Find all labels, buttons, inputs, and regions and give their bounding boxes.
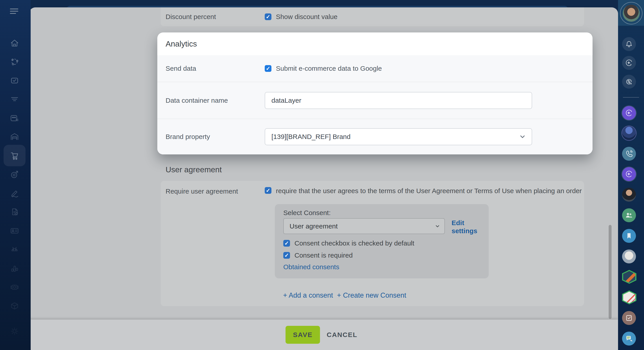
modal-footer: SAVE CANCEL (29, 320, 618, 350)
hex-avatar-photo (623, 292, 635, 303)
add-consent-link[interactable]: + Add a consent (283, 291, 333, 300)
hex-avatar-photo (623, 271, 635, 283)
show-discount-checkbox[interactable]: ✓ (265, 14, 272, 20)
home-icon[interactable] (10, 38, 20, 48)
cancel-button[interactable]: CANCEL (327, 326, 357, 344)
phone-icon (624, 149, 634, 158)
notification-bell-button[interactable] (622, 37, 636, 51)
avatar-man[interactable] (622, 188, 636, 202)
brand-property-label: Brand property (166, 133, 265, 140)
discount-section: Discount percent ✓ Show discount value (161, 8, 584, 26)
brand-property-select[interactable]: [139][BRAND_REF] Brand (265, 128, 532, 145)
edit-settings-link[interactable]: Edit settings (452, 219, 488, 235)
bell-icon (624, 40, 634, 48)
share-network-icon[interactable] (10, 57, 20, 67)
phone-button[interactable] (622, 147, 636, 161)
user-agreement-panel: Require user agreement ✓ require that th… (161, 181, 584, 306)
show-discount-label: Show discount value (276, 13, 338, 20)
discount-percent-label: Discount percent (166, 13, 265, 20)
brand-property-row: Brand property [139][BRAND_REF] Brand (157, 119, 592, 154)
require-agreement-label: Require user agreement (166, 187, 265, 195)
warehouse-icon[interactable] (10, 132, 20, 142)
modal-scrollbar-thumb[interactable] (609, 225, 612, 319)
chat-translate-icon (624, 77, 634, 86)
analytics-rows: Send data ✓ Submit e-commerce data to Go… (157, 55, 592, 154)
ai-sparkle-purple-button-2[interactable] (622, 167, 636, 181)
consent-required-label: Consent is required (294, 252, 353, 259)
hex-avatar-art[interactable] (622, 290, 636, 304)
obtained-consents-link[interactable]: Obtained consents (283, 263, 339, 271)
planner-icon[interactable] (10, 113, 20, 123)
chevron-down-icon (519, 133, 526, 140)
target-icon[interactable] (10, 170, 20, 179)
save-button[interactable]: SAVE (286, 326, 320, 344)
analytics-card: Analytics Send data ✓ Submit e-commerce … (157, 32, 592, 154)
consent-select-value: User agreement (290, 222, 338, 230)
camera-icon[interactable] (10, 282, 20, 292)
chat-messages-icon (624, 334, 634, 343)
robot-icon[interactable] (10, 244, 20, 254)
user-agreement-section-title: User agreement (166, 165, 222, 174)
gear-icon[interactable] (10, 326, 20, 336)
brand-property-value: [139][BRAND_REF] Brand (272, 133, 350, 140)
left-sidebar (0, 0, 31, 350)
consent-default-row: ✓ Consent checkbox is checked by default (283, 240, 414, 247)
ai-sparkle-icon (624, 108, 634, 118)
document-edit-icon[interactable] (10, 207, 20, 217)
consent-required-row: ✓ Consent is required (283, 252, 353, 259)
send-data-checkbox-label: Submit e-commerce data to Google (276, 65, 382, 72)
consent-box: Select Consent: User agreement Edit sett… (275, 204, 489, 278)
id-card-icon[interactable] (10, 226, 20, 236)
require-agreement-row: Require user agreement ✓ require that th… (161, 187, 584, 195)
people-icon (624, 211, 634, 220)
filter-icon[interactable] (10, 94, 20, 104)
consent-required-checkbox[interactable]: ✓ (283, 252, 290, 259)
tasks-icon[interactable] (10, 76, 20, 86)
consent-default-checkbox[interactable]: ✓ (283, 240, 290, 246)
data-container-label: Data container name (166, 97, 265, 104)
consent-select[interactable]: User agreement (283, 218, 445, 234)
send-data-row: Send data ✓ Submit e-commerce data to Go… (157, 55, 592, 82)
package-icon[interactable] (10, 301, 20, 311)
ai-sparkle-icon (624, 170, 634, 178)
chevron-down-icon (434, 223, 440, 229)
sidebar-divider (623, 97, 639, 98)
task-check-button[interactable] (622, 311, 636, 325)
consent-default-label: Consent checkbox is checked by default (294, 240, 414, 247)
screen: Discount percent ✓ Show discount value A… (0, 0, 644, 350)
bookmark-icon (624, 232, 634, 240)
avatar-cat[interactable] (622, 250, 636, 264)
bar-chart-icon[interactable] (10, 264, 20, 273)
user-avatar-photo (623, 5, 640, 22)
hex-avatar-photographer[interactable] (622, 270, 636, 284)
user-avatar[interactable] (620, 2, 642, 24)
signature-icon[interactable] (10, 188, 20, 198)
settings-modal: Discount percent ✓ Show discount value A… (29, 8, 618, 350)
data-container-row: Data container name (157, 82, 592, 119)
select-consent-label: Select Consent: (283, 209, 331, 216)
chat-messages-button[interactable] (622, 332, 636, 346)
send-data-checkbox[interactable]: ✓ (265, 65, 272, 72)
chat-translate-button[interactable] (622, 75, 636, 88)
right-sidebar (618, 0, 644, 350)
ai-sparkle-icon (624, 58, 634, 67)
require-agreement-checkbox[interactable]: ✓ (265, 187, 272, 194)
avatar-blue-lady[interactable] (622, 126, 636, 140)
cart-icon[interactable] (10, 150, 20, 160)
check-square-icon (624, 314, 634, 322)
bookmark-button[interactable] (622, 229, 636, 243)
ai-sparkle-button[interactable] (622, 56, 636, 70)
create-consent-link[interactable]: + Create new Consent (337, 291, 406, 300)
send-data-label: Send data (166, 65, 265, 72)
data-container-input[interactable] (265, 92, 532, 109)
hamburger-menu-icon[interactable] (10, 6, 20, 16)
require-agreement-checkbox-label: require that the user agrees to the term… (276, 187, 582, 195)
ai-sparkle-purple-button[interactable] (622, 106, 636, 120)
people-group-button[interactable] (622, 208, 636, 222)
analytics-section-title: Analytics (166, 32, 197, 55)
